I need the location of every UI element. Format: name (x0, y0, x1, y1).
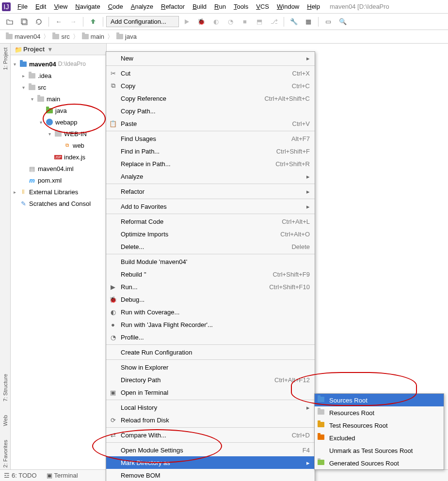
window-icon[interactable]: ▭ (321, 15, 335, 29)
status-terminal[interactable]: ▣ Terminal (47, 472, 78, 479)
sidebar-header[interactable]: 📁 Project ▾ (11, 44, 106, 55)
attach-icon[interactable]: ⬒ (253, 15, 266, 29)
menu-code[interactable]: Code (104, 1, 127, 12)
submenu-resources-root[interactable]: Resources Root (315, 406, 444, 419)
tree-node[interactable]: ▾webapp (11, 116, 106, 128)
ctx-delete-[interactable]: Delete...Delete (106, 240, 315, 253)
menubar: IJ FileEditViewNavigateCodeAnalyzeRefact… (0, 0, 448, 14)
ctx-reload-from-disk[interactable]: ⟳Reload from Disk (106, 414, 315, 426)
tree-node[interactable]: java (11, 105, 106, 116)
ctx-create-run-configuration[interactable]: Create Run Configuration (106, 346, 315, 358)
menu-view[interactable]: View (50, 1, 71, 12)
breadcrumb-item[interactable]: java (113, 32, 140, 41)
ctx-reformat-code[interactable]: Reformat CodeCtrl+Alt+L (106, 215, 315, 228)
ctx-run-[interactable]: ▶Run...Ctrl+Shift+F10 (106, 280, 315, 293)
ctx-analyze[interactable]: Analyze▸ (106, 170, 315, 183)
vcs-icon[interactable]: ⎇ (267, 15, 281, 29)
ctx-find-in-path-[interactable]: Find in Path...Ctrl+Shift+F (106, 145, 315, 157)
menu-tools[interactable]: Tools (230, 1, 252, 12)
submenu-excluded[interactable]: Excluded (315, 432, 444, 444)
menu-help[interactable]: Help (303, 1, 324, 12)
submenu-sources-root[interactable]: Sources Root (315, 394, 444, 406)
back-icon[interactable]: ← (52, 15, 65, 29)
ctx-refactor[interactable]: Refactor▸ (106, 185, 315, 198)
ctx-build-module-maven04-[interactable]: Build Module 'maven04' (106, 255, 315, 268)
tree-node[interactable]: ✎Scratches and Consol (11, 198, 106, 209)
tree-node[interactable]: ⧉web (11, 140, 106, 151)
menu-window[interactable]: Window (273, 1, 303, 12)
tree-node[interactable]: ▤maven04.iml (11, 163, 106, 174)
open-icon[interactable] (3, 15, 16, 29)
breadcrumb-item[interactable]: maven04 (3, 32, 43, 41)
ctx-profile-[interactable]: ◔Profile... (106, 331, 315, 343)
menu-analyze[interactable]: Analyze (127, 1, 157, 12)
ctx-open-in-terminal[interactable]: ▣Open in Terminal (106, 386, 315, 399)
coverage-icon[interactable]: ◐ (209, 15, 223, 29)
context-menu: New▸✂CutCtrl+X⧉CopyCtrl+CCopy ReferenceC… (106, 51, 315, 481)
tool-tab-web[interactable]: Web (2, 413, 8, 428)
ctx-paste[interactable]: 📋PasteCtrl+V (106, 117, 315, 130)
build-icon[interactable] (86, 15, 100, 29)
tool-tab-favorites[interactable]: 2: Favorites (2, 438, 8, 469)
submenu-generated-sources-root[interactable]: Generated Sources Root (315, 457, 444, 469)
ctx-directory-path[interactable]: Directory PathCtrl+Alt+F12 (106, 373, 315, 386)
breadcrumb-item[interactable]: main (79, 32, 107, 41)
ctx-new[interactable]: New▸ (106, 52, 315, 64)
ctx-open-module-settings[interactable]: Open Module SettingsF4 (106, 444, 315, 456)
stop-icon[interactable]: ■ (238, 15, 252, 29)
tree-node[interactable]: ▾maven04D:\IdeaPro (11, 58, 106, 70)
submenu-test-resources-root[interactable]: Test Resources Root (315, 419, 444, 432)
project-sidebar: 📁 Project ▾ ▾maven04D:\IdeaPro▸.idea▾src… (11, 44, 107, 469)
ctx-rebuild-default-[interactable]: Rebuild ''Ctrl+Shift+F9 (106, 268, 315, 280)
status-todo[interactable]: ☲ 6: TODO (4, 472, 37, 479)
tree-node[interactable]: ▸⫴External Libraries (11, 186, 106, 198)
menu-edit[interactable]: Edit (32, 1, 50, 12)
ctx-run-with-coverage-[interactable]: ◐Run with Coverage... (106, 306, 315, 318)
menu-file[interactable]: File (14, 1, 32, 12)
breadcrumb-item[interactable]: src (49, 32, 72, 41)
ctx-cut[interactable]: ✂CutCtrl+X (106, 67, 315, 79)
tree-node[interactable]: JSPindex.js (11, 151, 106, 163)
ctx-find-usages[interactable]: Find UsagesAlt+F7 (106, 132, 315, 145)
tree-node[interactable]: ▸.idea (11, 70, 106, 81)
forward-icon[interactable]: → (66, 15, 80, 29)
menu-navigate[interactable]: Navigate (71, 1, 104, 12)
tree-node[interactable]: mpom.xml (11, 174, 106, 186)
ctx-add-to-favorites[interactable]: Add to Favorites▸ (106, 200, 315, 213)
refresh-icon[interactable] (32, 15, 46, 29)
ctx-copy-reference[interactable]: Copy ReferenceCtrl+Alt+Shift+C (106, 92, 315, 105)
ctx-debug-[interactable]: 🐞Debug... (106, 293, 315, 306)
app-logo-icon: IJ (2, 2, 11, 11)
ctx-run-with-java-flight-recorder-[interactable]: ●Run with 'Java Flight Recorder'... (106, 318, 315, 331)
tree-node[interactable]: ▾src (11, 81, 106, 93)
save-all-icon[interactable] (17, 15, 31, 29)
tree-node[interactable]: ▾WEB-IN (11, 128, 106, 140)
ctx-compare-with-[interactable]: ⇄Compare With...Ctrl+D (106, 429, 315, 441)
tool-tab-structure[interactable]: 7: Structure (2, 372, 8, 403)
run-icon[interactable] (180, 15, 193, 29)
ctx-remove-bom[interactable]: Remove BOM (106, 469, 315, 481)
menu-run[interactable]: Run (210, 1, 230, 12)
tree-node[interactable]: ▾main (11, 93, 106, 105)
ctx-copy[interactable]: ⧉CopyCtrl+C (106, 79, 315, 92)
search-everywhere-icon[interactable]: 🔍 (336, 15, 350, 29)
ctx-replace-in-path-[interactable]: Replace in Path...Ctrl+Shift+R (106, 157, 315, 170)
menu-build[interactable]: Build (189, 1, 210, 12)
project-tree[interactable]: ▾maven04D:\IdeaPro▸.idea▾src▾mainjava▾we… (11, 55, 106, 469)
tool-tab-project[interactable]: 1: Project (2, 46, 8, 72)
structure-icon[interactable]: ▦ (302, 15, 315, 29)
ctx-optimize-imports[interactable]: Optimize ImportsCtrl+Alt+O (106, 228, 315, 240)
ctx-show-in-explorer[interactable]: Show in Explorer (106, 361, 315, 373)
wrench-icon[interactable]: 🔧 (287, 15, 301, 29)
ctx-mark-directory-as[interactable]: Mark Directory as▸ (106, 456, 315, 469)
run-config-dropdown[interactable]: Add Configuration... (106, 16, 179, 27)
profile-icon: ◔ (109, 333, 117, 341)
submenu-unmark-as-test-sources-root[interactable]: Unmark as Test Sources Root (315, 444, 444, 457)
profile-icon[interactable]: ◔ (224, 15, 237, 29)
menu-refactor[interactable]: Refactor (157, 1, 189, 12)
debug-icon[interactable]: 🐞 (194, 15, 208, 29)
ctx-local-history[interactable]: Local History▸ (106, 401, 315, 414)
toolbar: ← → Add Configuration... 🐞 ◐ ◔ ■ ⬒ ⎇ 🔧 ▦… (0, 14, 448, 30)
ctx-copy-path-[interactable]: Copy Path... (106, 105, 315, 117)
menu-vcs[interactable]: VCS (252, 1, 273, 12)
